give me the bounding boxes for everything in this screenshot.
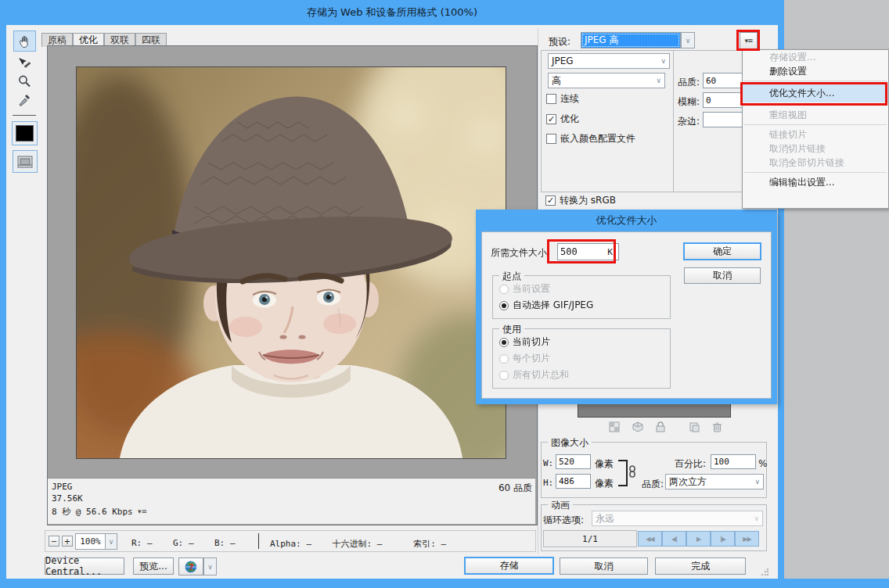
dialog-title: 优化文件大小 bbox=[596, 213, 657, 228]
chevron-down-icon: ∨ bbox=[207, 563, 213, 571]
embed-profile-checkbox[interactable] bbox=[546, 134, 556, 144]
device-central-button[interactable]: Device Central... bbox=[45, 558, 124, 575]
dialog-ok-button[interactable]: 确定 bbox=[683, 242, 761, 260]
zoom-out-button[interactable]: − bbox=[49, 536, 59, 547]
loop-options-value: 永远 bbox=[596, 512, 614, 525]
eyedropper-tool-button[interactable] bbox=[13, 90, 34, 109]
lock-icon[interactable] bbox=[656, 421, 665, 432]
current-settings-label: 当前设置 bbox=[513, 282, 550, 296]
quality-label: 品质: bbox=[678, 76, 700, 89]
format-combobox[interactable]: JPEG ∨ bbox=[548, 53, 670, 69]
embed-profile-label: 嵌入颜色配置文件 bbox=[560, 132, 635, 145]
r-label: R: bbox=[131, 538, 142, 548]
total-slices-radio[interactable] bbox=[499, 371, 509, 380]
hand-tool-button[interactable] bbox=[13, 30, 36, 52]
status-flyout-icon[interactable]: ▾≡ bbox=[138, 507, 147, 515]
slice-select-tool-button[interactable] bbox=[13, 52, 34, 72]
play-button[interactable]: ▶ bbox=[686, 531, 711, 547]
toggle-slices-button[interactable] bbox=[13, 150, 38, 173]
animation-title: 动画 bbox=[548, 499, 573, 512]
radio-row-total-slices: 所有切片总和 bbox=[499, 368, 569, 382]
menu-item-edit-output-settings[interactable]: 编辑输出设置... bbox=[743, 175, 888, 189]
resize-grip[interactable] bbox=[761, 568, 768, 576]
height-input[interactable] bbox=[556, 474, 591, 489]
current-slice-radio[interactable] bbox=[499, 338, 509, 347]
zoom-in-button[interactable]: + bbox=[62, 536, 73, 547]
g-value: — bbox=[189, 538, 194, 548]
total-slices-label: 所有切片总和 bbox=[513, 368, 569, 382]
radio-row-auto-select: 自动选择 GIF/JPEG bbox=[499, 299, 593, 312]
first-frame-button[interactable]: ◀◀ bbox=[638, 531, 662, 547]
height-label: H: bbox=[543, 478, 553, 488]
preview-in-browser-button[interactable]: 预览... bbox=[133, 558, 174, 575]
dialog-cancel-button[interactable]: 取消 bbox=[684, 267, 761, 284]
size-unit-box: K bbox=[602, 243, 619, 260]
resample-quality-combobox[interactable]: 两次立方 ∨ bbox=[665, 474, 764, 489]
each-slice-label: 每个切片 bbox=[513, 352, 550, 365]
cancel-button[interactable]: 取消 bbox=[560, 558, 648, 575]
auto-select-radio[interactable] bbox=[499, 301, 509, 310]
slice-select-icon bbox=[17, 56, 31, 70]
use-group: 使用 当前切片 每个切片 所有切片总和 bbox=[492, 328, 671, 389]
dialog-body: 所需文件大小: K 确定 取消 起点 当前设置 自动选择 GIF/JPEG 使用 bbox=[481, 231, 772, 399]
use-title: 使用 bbox=[499, 323, 524, 336]
start-with-group: 起点 当前设置 自动选择 GIF/JPEG bbox=[492, 275, 671, 319]
preset-combobox-arrow[interactable]: ∨ bbox=[681, 32, 695, 48]
menu-item-unlink-all-slices[interactable]: 取消全部切片链接 bbox=[743, 156, 888, 170]
color-swatch-black bbox=[16, 125, 34, 142]
percent-unit: % bbox=[758, 458, 767, 469]
trash-icon[interactable] bbox=[712, 421, 722, 432]
menu-item-repopulate-views[interactable]: 重组视图 bbox=[743, 108, 888, 122]
zoom-level-value[interactable]: 100% bbox=[75, 533, 105, 550]
alpha-hex-index-readout: Alpha: — 十六进制: — 索引: — bbox=[270, 538, 446, 550]
new-swatch-icon[interactable] bbox=[689, 421, 700, 432]
web-shift-cube-icon[interactable] bbox=[632, 421, 643, 432]
preset-combobox[interactable]: JPEG 高 bbox=[581, 32, 681, 48]
menu-item-delete-settings[interactable]: 删除设置 bbox=[743, 64, 888, 78]
loop-options-combobox[interactable]: 永远 ∨ bbox=[592, 511, 763, 526]
start-with-title: 起点 bbox=[499, 270, 524, 283]
optimized-checkbox[interactable]: ✓ bbox=[546, 114, 556, 124]
percent-input[interactable] bbox=[711, 454, 756, 469]
g-label: G: bbox=[173, 538, 183, 548]
window-titlebar[interactable]: 存储为 Web 和设备所用格式 (100%) bbox=[0, 0, 784, 25]
desired-size-input[interactable] bbox=[557, 243, 603, 260]
srgb-checkbox[interactable]: ✓ bbox=[545, 195, 556, 206]
zoom-tool-button[interactable] bbox=[13, 71, 34, 91]
menu-item-optimize-to-file-size[interactable]: 优化文件大小... bbox=[743, 84, 888, 102]
current-settings-radio[interactable] bbox=[499, 285, 509, 294]
width-label: W: bbox=[543, 458, 553, 468]
blur-label: 模糊: bbox=[678, 95, 700, 109]
menu-item-save-settings[interactable]: 存储设置... bbox=[743, 50, 888, 64]
percent-label: 百分比: bbox=[675, 457, 706, 471]
alpha-label: Alpha: bbox=[270, 539, 301, 549]
frame-counter-value: 1/1 bbox=[582, 534, 598, 544]
done-button[interactable]: 完成 bbox=[655, 558, 746, 575]
menu-item-link-slices[interactable]: 链接切片 bbox=[743, 127, 888, 142]
toolbar-divider bbox=[13, 115, 36, 116]
progressive-checkbox[interactable] bbox=[546, 94, 556, 104]
size-unit: K bbox=[607, 247, 613, 257]
zoom-level-dropdown[interactable]: ∨ bbox=[105, 533, 117, 550]
menu-item-unlink-slice[interactable]: 取消切片链接 bbox=[743, 142, 888, 156]
save-button[interactable]: 存储 bbox=[464, 557, 554, 575]
dialog-titlebar[interactable]: 优化文件大小 bbox=[476, 210, 777, 231]
panel-flyout-menu-button[interactable]: ▾≡ bbox=[740, 32, 758, 49]
image-size-title: 图像大小 bbox=[548, 436, 592, 450]
browser-select-dropdown[interactable]: ∨ bbox=[203, 558, 217, 575]
b-value: — bbox=[230, 538, 236, 548]
link-chain-icon[interactable] bbox=[628, 465, 637, 478]
playback-controls: ◀◀ ◀| ▶ |▶ ▶▶ bbox=[638, 531, 759, 547]
window-title: 存储为 Web 和设备所用格式 (100%) bbox=[307, 5, 477, 20]
transparency-icon[interactable] bbox=[609, 421, 620, 432]
matte-color-swatch[interactable] bbox=[12, 121, 38, 145]
width-input[interactable] bbox=[556, 454, 591, 469]
next-frame-button[interactable]: |▶ bbox=[711, 531, 735, 547]
browser-select-button[interactable]: ? bbox=[178, 558, 203, 575]
quality-level-combobox[interactable]: 高 ∨ bbox=[548, 73, 665, 88]
preview-image[interactable] bbox=[76, 66, 506, 459]
previous-frame-button[interactable]: ◀| bbox=[662, 531, 686, 547]
current-slice-label: 当前切片 bbox=[513, 335, 550, 349]
last-frame-button[interactable]: ▶▶ bbox=[735, 531, 759, 547]
each-slice-radio[interactable] bbox=[499, 354, 509, 364]
